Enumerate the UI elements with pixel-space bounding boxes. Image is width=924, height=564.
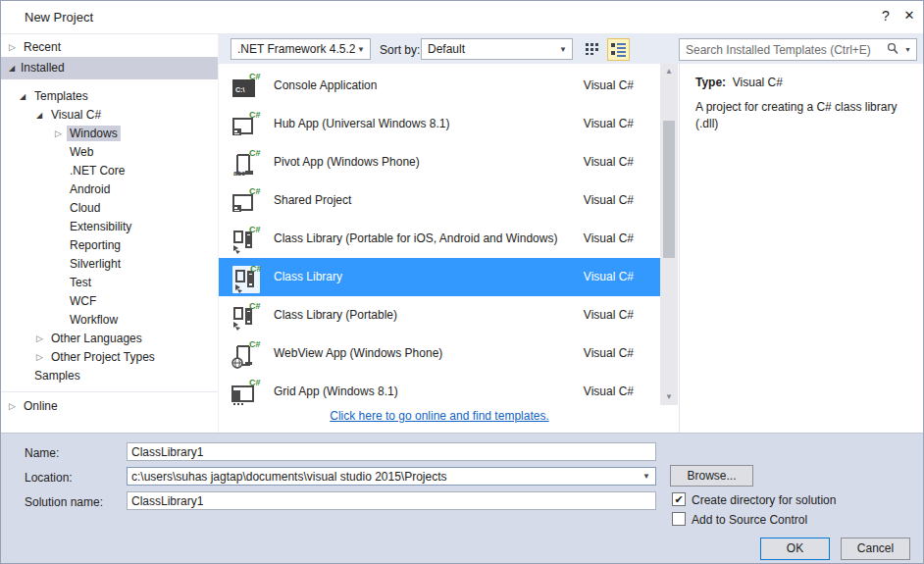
chevron-down-icon[interactable]: ▼ [904, 39, 911, 60]
add-source-control-label: Add to Source Control [692, 513, 807, 527]
scrollbar-thumb[interactable] [663, 121, 675, 258]
svg-text:C#: C# [249, 72, 261, 81]
sidebar-item-android[interactable]: Android [1, 180, 218, 199]
pivot-app-icon: abc C# [231, 147, 262, 179]
chevron-expanded-icon[interactable] [9, 57, 21, 79]
search-icon [887, 42, 898, 56]
chevron-collapsed-icon[interactable] [9, 397, 21, 416]
class-library-icon: C# [231, 224, 262, 255]
class-library-icon: C# [231, 262, 262, 293]
class-library-icon: C# [231, 300, 262, 332]
sidebar-item-net-core[interactable]: .NET Core [1, 162, 218, 180]
sidebar-item-other-languages[interactable]: Other Languages [1, 330, 218, 348]
name-label: Name: [25, 446, 59, 460]
list-view-icon [608, 39, 629, 60]
cancel-button[interactable]: Cancel [841, 538, 910, 560]
type-label: Type: [695, 76, 726, 89]
browse-button[interactable]: Browse... [670, 465, 753, 487]
template-row-class-library-portable-ios-android-windows[interactable]: C# Class Library (Portable for iOS, Andr… [219, 220, 678, 258]
svg-text:C#: C# [249, 186, 261, 196]
sidebar-item-samples[interactable]: Samples [1, 367, 218, 385]
type-value: Visual C# [733, 76, 783, 89]
sidebar-item-cloud[interactable]: Cloud [1, 199, 218, 218]
list-toolbar: .NET Framework 4.5.2▼ Sort by: Default▼ [219, 34, 924, 64]
svg-text:C#: C# [249, 378, 261, 387]
search-box: ▼ [679, 38, 917, 61]
sidebar-item-templates[interactable]: Templates [1, 87, 218, 106]
sidebar-item-silverlight[interactable]: Silverlight [1, 255, 218, 274]
chevron-collapsed-icon[interactable] [55, 125, 67, 143]
chevron-expanded-icon[interactable] [20, 87, 31, 106]
project-settings-panel: Name: Location: ▼ Browse... Solution nam… [1, 433, 924, 564]
template-category-tree: Recent Installed Templates Visual C# Win… [1, 34, 219, 433]
sidebar-item-installed[interactable]: Installed [1, 57, 218, 79]
scroll-up-icon[interactable]: ▲ [660, 64, 678, 79]
create-directory-checkbox[interactable] [672, 492, 686, 506]
sidebar-item-wcf[interactable]: WCF [1, 292, 218, 311]
sidebar-item-visual-csharp[interactable]: Visual C# [1, 106, 218, 125]
add-source-control-checkbox[interactable] [672, 512, 686, 526]
sidebar-item-online[interactable]: Online [1, 397, 218, 416]
sidebar-item-other-project-types[interactable]: Other Project Types [1, 348, 218, 367]
template-list-scrollbar[interactable]: ▲ ▼ [660, 64, 678, 405]
template-row-shared-project[interactable]: C# Shared Project Visual C# [219, 181, 678, 220]
sidebar-item-test[interactable]: Test [1, 274, 218, 292]
chevron-collapsed-icon[interactable] [9, 38, 21, 57]
template-list: C:\ C# Console Application Visual C# C# … [219, 64, 678, 433]
framework-version-dropdown[interactable]: .NET Framework 4.5.2▼ [231, 38, 371, 60]
chevron-down-icon: ▼ [559, 39, 567, 61]
template-description: A project for creating a C# class librar… [695, 99, 911, 133]
chevron-down-icon[interactable]: ▼ [642, 468, 650, 486]
svg-text:C#: C# [250, 264, 262, 274]
template-row-webview-app[interactable]: C# WebView App (Windows Phone) Visual C# [219, 334, 678, 373]
dialog-title: New Project [25, 10, 93, 25]
svg-text:C:\: C:\ [235, 86, 244, 93]
solution-name-input[interactable] [127, 491, 656, 510]
title-bar: New Project ? ✕ [1, 1, 923, 34]
sidebar-item-web[interactable]: Web [1, 143, 218, 162]
project-name-input[interactable] [127, 442, 656, 461]
webview-app-icon: C# [231, 338, 262, 370]
chevron-down-icon: ▼ [357, 39, 365, 61]
new-project-dialog: New Project ? ✕ Recent Installed Templat… [0, 0, 924, 564]
template-row-console-application[interactable]: C:\ C# Console Application Visual C# [219, 67, 678, 105]
solution-name-label: Solution name: [25, 495, 103, 509]
template-row-class-library[interactable]: C# Class Library Visual C# [219, 258, 678, 296]
location-combobox[interactable]: ▼ [127, 467, 656, 486]
template-row-pivot-app[interactable]: abc C# Pivot App (Windows Phone) Visual … [219, 143, 678, 181]
template-row-grid-app[interactable]: C# Grid App (Windows 8.1) Visual C# [219, 373, 678, 411]
svg-text:C#: C# [249, 148, 261, 158]
svg-text:C#: C# [249, 225, 261, 234]
sort-by-label: Sort by: [380, 43, 420, 57]
sidebar-item-windows[interactable]: Windows [1, 125, 218, 143]
grid-app-icon: C# [231, 377, 262, 408]
scroll-down-icon[interactable]: ▼ [660, 389, 678, 405]
sort-by-dropdown[interactable]: Default▼ [421, 38, 573, 60]
sidebar-item-reporting[interactable]: Reporting [1, 236, 218, 255]
template-row-hub-app[interactable]: C# Hub App (Universal Windows 8.1) Visua… [219, 105, 678, 143]
template-type: Type: Visual C# [695, 76, 911, 89]
chevron-expanded-icon[interactable] [36, 106, 48, 125]
small-icons-view-icon [582, 38, 602, 59]
search-input[interactable] [686, 41, 882, 58]
close-icon[interactable]: ✕ [896, 8, 923, 27]
small-icons-view-button[interactable] [582, 38, 604, 61]
location-label: Location: [25, 471, 73, 485]
create-directory-label: Create directory for solution [692, 493, 836, 507]
chevron-collapsed-icon[interactable] [36, 330, 48, 348]
ok-button[interactable]: OK [760, 538, 830, 560]
location-input[interactable] [128, 468, 636, 485]
sidebar-item-recent[interactable]: Recent [1, 38, 218, 57]
svg-text:C#: C# [249, 301, 261, 311]
list-view-button[interactable] [607, 38, 630, 61]
sidebar-item-workflow[interactable]: Workflow [1, 311, 218, 330]
svg-text:C#: C# [249, 339, 261, 349]
chevron-collapsed-icon[interactable] [36, 348, 48, 367]
template-details-panel: Type: Visual C# A project for creating a… [679, 64, 924, 433]
sidebar-item-extensibility[interactable]: Extensibility [1, 218, 218, 236]
find-templates-online-link[interactable]: Click here to go online and find templat… [330, 409, 548, 423]
template-row-class-library-portable[interactable]: C# Class Library (Portable) Visual C# [219, 296, 678, 334]
online-templates-link-row: Click here to go online and find templat… [219, 409, 660, 423]
svg-text:abc: abc [233, 170, 245, 177]
console-application-icon: C:\ C# [231, 71, 262, 102]
